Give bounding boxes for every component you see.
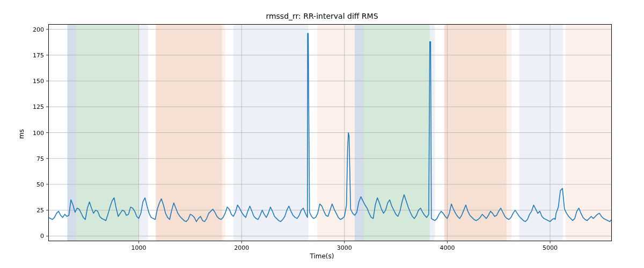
y-tick: 0	[40, 233, 48, 240]
y-tick-label: 150	[33, 78, 44, 85]
x-tick: 2000	[234, 241, 249, 251]
figure: rmssd_rr: RR-interval diff RMS ms Time(s…	[0, 0, 644, 268]
plot-area: 1000200030004000500002550751001251501752…	[48, 24, 612, 241]
x-tick: 1000	[131, 241, 147, 251]
y-tick-label: 200	[33, 26, 44, 33]
x-tick-label: 5000	[543, 244, 558, 251]
y-tick-label: 125	[33, 103, 44, 110]
axes: 1000200030004000500002550751001251501752…	[48, 24, 612, 241]
x-axis-label: Time(s)	[0, 252, 644, 260]
x-tick: 4000	[440, 241, 455, 251]
chart-title: rmssd_rr: RR-interval diff RMS	[0, 12, 644, 20]
y-tick: 25	[36, 207, 48, 214]
x-tick: 5000	[543, 241, 558, 251]
y-tick: 150	[33, 78, 48, 85]
x-tick-label: 2000	[234, 244, 249, 251]
y-tick: 175	[33, 52, 48, 59]
x-tick-label: 3000	[337, 244, 352, 251]
x-tick: 3000	[337, 241, 352, 251]
y-tick-label: 175	[33, 52, 44, 59]
y-tick-label: 100	[33, 130, 44, 137]
y-tick: 75	[36, 155, 48, 162]
y-tick: 200	[33, 26, 48, 33]
x-tick-label: 4000	[440, 244, 455, 251]
y-tick: 125	[33, 103, 48, 110]
x-tick-label: 1000	[131, 244, 147, 251]
y-axis-label: ms	[18, 129, 25, 139]
y-tick-label: 0	[40, 233, 44, 240]
y-tick-label: 25	[36, 207, 44, 214]
y-tick: 50	[36, 181, 48, 188]
y-tick: 100	[33, 130, 48, 137]
y-tick-label: 75	[36, 155, 44, 162]
y-tick-label: 50	[36, 181, 44, 188]
